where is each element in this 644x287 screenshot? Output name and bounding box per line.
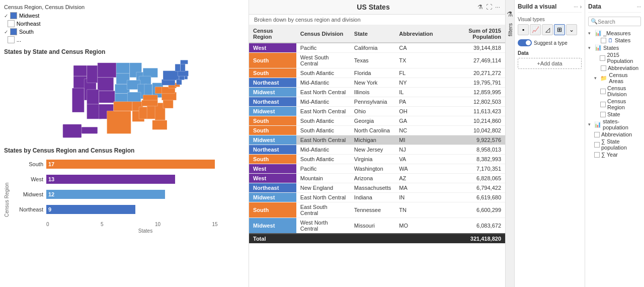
- build-panel-chevron[interactable]: ›: [580, 4, 582, 10]
- checkbox-south[interactable]: [10, 28, 17, 35]
- col-state[interactable]: State: [350, 25, 395, 43]
- vt-table[interactable]: ⊞: [554, 24, 565, 35]
- icon-census: 📁: [600, 75, 607, 82]
- data-table: Census Region Census Division State Abbr…: [249, 25, 505, 244]
- cell-state: Michigan: [350, 135, 395, 145]
- svg-rect-2: [72, 88, 84, 112]
- search-box[interactable]: 🔍: [588, 17, 641, 26]
- data-panel-dots[interactable]: ···: [637, 4, 641, 10]
- tree-census-div[interactable]: Census Division: [588, 85, 641, 98]
- table-row[interactable]: MidwestEast North CentralMichiganMI9,922…: [249, 135, 505, 145]
- bar-track-northeast: 9: [46, 205, 245, 214]
- svg-rect-48: [175, 64, 181, 71]
- tree-census-reg[interactable]: Census Region: [588, 98, 641, 111]
- tree-abbr[interactable]: Abbreviation: [588, 64, 641, 71]
- table-row[interactable]: NortheastNew EnglandMassachusettsMA6,794…: [249, 183, 505, 193]
- table-body: WestPacificCaliforniaCA39,144,818SouthWe…: [249, 43, 505, 234]
- label-state-field: State: [607, 111, 620, 117]
- table-row[interactable]: SouthSouth AtlanticVirginiaVA8,382,993: [249, 155, 505, 164]
- tree-census-areas[interactable]: ▾ 📁 Census Areas: [588, 71, 641, 85]
- cb-sp-year[interactable]: [594, 152, 600, 158]
- filter-item-northeast[interactable]: Northeast: [4, 20, 245, 27]
- table-row[interactable]: SouthSouth AtlanticNorth CarolinaNC10,04…: [249, 126, 505, 135]
- cell-abbr: MA: [395, 183, 437, 193]
- vt-chevron[interactable]: ⌄: [566, 24, 577, 35]
- table-row[interactable]: WestPacificCaliforniaCA39,144,818: [249, 43, 505, 53]
- table-row[interactable]: WestMountainArizonaAZ6,828,065: [249, 174, 505, 183]
- us-map[interactable]: [26, 57, 222, 143]
- cell-region: Northeast: [249, 78, 296, 88]
- tree-sp-year[interactable]: ∑ Year: [588, 151, 641, 158]
- tree-sp-abbr[interactable]: Abbreviation: [588, 131, 641, 138]
- cb-census-div[interactable]: [600, 89, 606, 94]
- table-row[interactable]: MidwestEast North CentralOhioOH11,613,42…: [249, 107, 505, 116]
- expand-icon[interactable]: ⛶: [486, 4, 492, 11]
- cell-division: Mid-Atlantic: [296, 78, 350, 88]
- checkbox-more[interactable]: [8, 36, 15, 43]
- tree-state-field[interactable]: State: [588, 111, 641, 118]
- col-region[interactable]: Census Region: [249, 25, 296, 43]
- table-row[interactable]: NortheastMid-AtlanticPennsylvaniaPA12,80…: [249, 97, 505, 107]
- filter-icon[interactable]: ⚗: [477, 4, 483, 11]
- cb-pop[interactable]: [600, 55, 605, 61]
- vt-line[interactable]: 📈: [530, 24, 541, 35]
- svg-rect-50: [181, 60, 188, 64]
- tree-states-pop[interactable]: ▾ 📊 states-population: [588, 118, 641, 131]
- cell-pop: 8,382,993: [437, 155, 505, 164]
- table-row[interactable]: NortheastMid-AtlanticNew YorkNY19,795,79…: [249, 78, 505, 88]
- tree-measures[interactable]: ▾ 📊 _Measures: [588, 29, 641, 37]
- table-row[interactable]: MidwestEast North CentralIndianaIN6,619,…: [249, 193, 505, 202]
- vt-bar[interactable]: ▪: [518, 24, 529, 35]
- cb-sp-pop[interactable]: [594, 142, 600, 148]
- bar-row-northeast[interactable]: Northeast 9: [11, 203, 245, 216]
- filter-label-more: ...: [17, 37, 21, 43]
- svg-rect-7: [99, 91, 115, 103]
- vt-area[interactable]: ◿: [542, 24, 553, 35]
- table-row[interactable]: SouthEast South CentralTennesseeTN6,600,…: [249, 202, 505, 218]
- cell-region: South: [249, 116, 296, 126]
- table-row[interactable]: WestPacificWashingtonWA7,170,351: [249, 164, 505, 174]
- tree-sp-pop[interactable]: ∑ State population: [588, 138, 641, 151]
- cb-census-reg[interactable]: [600, 102, 606, 107]
- chevron-icon: ✓: [4, 13, 8, 19]
- filter-item-more[interactable]: ...: [4, 36, 245, 43]
- bar-row-south[interactable]: South 17: [11, 158, 245, 170]
- cell-region: South: [249, 53, 296, 68]
- tree-pop[interactable]: 2015 Population: [588, 51, 641, 64]
- table-row[interactable]: SouthSouth AtlanticFloridaFL20,271,272: [249, 68, 505, 78]
- table-row[interactable]: MidwestWest North CentralMissouriMO6,083…: [249, 218, 505, 234]
- build-panel-dots[interactable]: ···: [574, 4, 578, 10]
- col-division[interactable]: Census Division: [296, 25, 350, 43]
- more-icon[interactable]: ···: [495, 4, 500, 11]
- filter-sidebar-icon[interactable]: ⚗: [507, 10, 513, 18]
- cb-measures-states[interactable]: [601, 38, 606, 43]
- table-row[interactable]: NortheastMid-AtlanticNew JerseyNJ8,958,0…: [249, 145, 505, 155]
- table-row[interactable]: MidwestEast North CentralIllinoisIL12,85…: [249, 88, 505, 97]
- col-pop[interactable]: Sum of 2015 Population: [437, 25, 505, 43]
- tree-measures-states[interactable]: 🗒 States: [588, 37, 641, 44]
- filter-label-northeast: Northeast: [17, 21, 41, 27]
- cb-sp-abbr[interactable]: [594, 132, 600, 137]
- tree-states[interactable]: ▾ 📊 States: [588, 44, 641, 51]
- table-row[interactable]: SouthWest South CentralTexasTX27,469,114: [249, 53, 505, 68]
- cell-division: New England: [296, 183, 350, 193]
- center-panel: US States ⚗ ⛶ ··· Broken down by census …: [249, 0, 506, 287]
- col-abbr[interactable]: Abbreviation: [395, 25, 437, 43]
- suggest-toggle[interactable]: [518, 39, 532, 46]
- checkbox-midwest[interactable]: [10, 12, 17, 19]
- label-census-areas: Census Areas: [609, 72, 641, 84]
- filter-item-midwest[interactable]: ✓ Midwest: [4, 12, 245, 19]
- table-row[interactable]: SouthSouth AtlanticGeorgiaGA10,214,860: [249, 116, 505, 126]
- svg-rect-47: [178, 71, 188, 77]
- cb-state-field[interactable]: [600, 112, 606, 117]
- cb-abbr[interactable]: [601, 65, 606, 71]
- checkbox-northeast[interactable]: [8, 20, 15, 27]
- bar-row-midwest[interactable]: Midwest 12: [11, 188, 245, 200]
- cell-pop: 9,922,576: [437, 135, 505, 145]
- filter-item-south[interactable]: ✓ South: [4, 28, 245, 35]
- bar-row-west[interactable]: West 13: [11, 173, 245, 185]
- table-scroll[interactable]: Census Region Census Division State Abbr…: [249, 25, 505, 287]
- cell-division: Pacific: [296, 164, 350, 174]
- search-input[interactable]: [598, 19, 638, 25]
- add-data-button[interactable]: +Add data: [518, 58, 582, 69]
